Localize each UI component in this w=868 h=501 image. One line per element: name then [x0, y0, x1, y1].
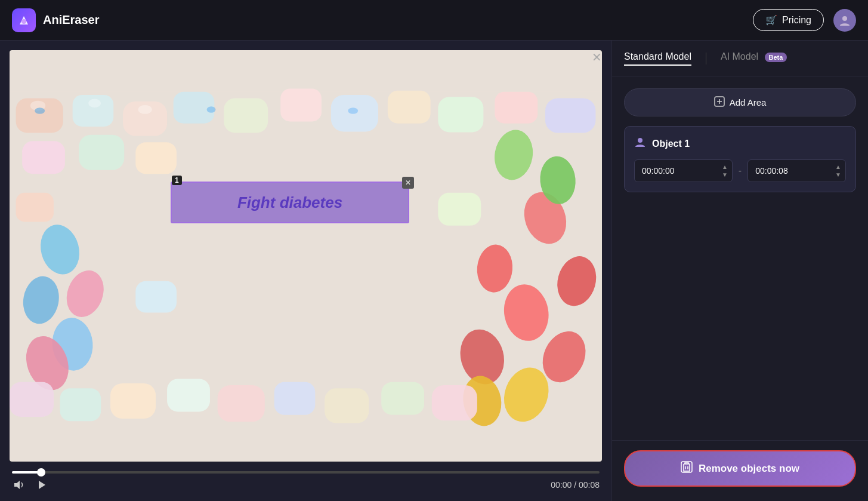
header: AniEraser 🛒 Pricing — [0, 0, 868, 41]
tabs-header: Standard Model AI Model Beta — [612, 41, 868, 76]
svg-point-47 — [35, 107, 45, 114]
object-card: Object 1 ▲ ▼ - ▲ ▼ — [624, 126, 856, 192]
svg-rect-8 — [280, 89, 322, 122]
range-separator: - — [739, 165, 742, 176]
svg-rect-7 — [224, 98, 268, 133]
selection-close-btn[interactable]: ✕ — [402, 177, 414, 189]
main-layout: ✕ — [0, 41, 868, 501]
svg-rect-15 — [79, 135, 124, 170]
header-right: 🛒 Pricing — [753, 9, 856, 32]
user-avatar[interactable] — [833, 9, 856, 32]
bottom-section: Remove objects now — [612, 440, 868, 501]
object-header: Object 1 — [634, 136, 846, 151]
header-left: AniEraser — [12, 8, 100, 32]
svg-rect-42 — [381, 382, 424, 415]
selection-number: 1 — [172, 176, 182, 185]
time-end-wrap: ▲ ▼ — [747, 159, 846, 182]
time-start-down[interactable]: ▼ — [721, 171, 729, 179]
svg-rect-43 — [432, 385, 477, 420]
controls-left — [12, 478, 48, 491]
time-start-arrows: ▲ ▼ — [721, 164, 729, 179]
add-area-button[interactable]: Add Area — [624, 88, 856, 116]
add-area-icon — [714, 96, 725, 109]
svg-rect-14 — [22, 141, 65, 174]
svg-rect-40 — [274, 382, 316, 415]
svg-rect-35 — [10, 382, 54, 417]
time-start-wrap: ▲ ▼ — [634, 159, 733, 182]
svg-point-46 — [138, 105, 152, 114]
svg-rect-32 — [16, 193, 54, 222]
tab-divider — [706, 53, 706, 64]
volume-button[interactable] — [12, 478, 25, 491]
svg-rect-10 — [388, 91, 431, 124]
right-panel: Standard Model AI Model Beta Add Area — [611, 41, 868, 501]
play-button[interactable] — [35, 478, 48, 491]
svg-point-51 — [638, 138, 642, 143]
svg-point-48 — [207, 106, 216, 113]
candy-background-svg — [10, 50, 602, 462]
svg-rect-33 — [135, 281, 177, 313]
video-controls: 00:00 / 00:08 — [10, 468, 602, 491]
time-start-up[interactable]: ▲ — [721, 164, 729, 171]
tab-standard-model[interactable]: Standard Model — [624, 51, 691, 66]
video-container: 1 ✕ Fight diabetes — [10, 50, 602, 462]
svg-rect-37 — [110, 383, 156, 419]
remove-objects-button[interactable]: Remove objects now — [624, 450, 856, 487]
tab-ai-model[interactable]: AI Model Beta — [721, 51, 787, 66]
time-end-arrows: ▲ ▼ — [834, 164, 842, 179]
right-content: Add Area Object 1 — [612, 76, 868, 440]
svg-rect-38 — [167, 379, 210, 411]
svg-point-49 — [348, 107, 358, 114]
time-range: ▲ ▼ - ▲ ▼ — [634, 159, 846, 182]
svg-point-45 — [88, 99, 101, 107]
svg-rect-39 — [218, 385, 265, 422]
time-end-down[interactable]: ▼ — [834, 171, 842, 179]
svg-rect-13 — [545, 98, 596, 133]
app-logo — [12, 8, 36, 32]
progress-bar[interactable] — [12, 471, 600, 474]
svg-rect-36 — [60, 388, 101, 421]
svg-point-0 — [21, 19, 26, 24]
time-end-up[interactable]: ▲ — [834, 164, 842, 171]
pricing-button[interactable]: 🛒 Pricing — [753, 9, 824, 31]
object-icon — [634, 136, 646, 151]
progress-thumb[interactable] — [37, 468, 45, 477]
add-area-label: Add Area — [730, 97, 767, 107]
beta-badge: Beta — [765, 53, 787, 62]
selection-text-overlay: Fight diabetes — [237, 193, 342, 212]
svg-point-1 — [842, 16, 847, 21]
svg-rect-34 — [438, 193, 481, 226]
object-name: Object 1 — [652, 139, 690, 149]
time-display: 00:00 / 00:08 — [551, 480, 600, 490]
pricing-label: Pricing — [782, 15, 811, 26]
svg-rect-12 — [495, 92, 538, 124]
svg-rect-11 — [438, 97, 483, 132]
remove-label: Remove objects now — [699, 463, 799, 475]
controls-row: 00:00 / 00:08 — [12, 478, 600, 491]
svg-rect-41 — [325, 388, 369, 423]
remove-icon — [681, 461, 693, 476]
close-button[interactable]: ✕ — [592, 50, 602, 64]
video-background: 1 ✕ Fight diabetes — [10, 50, 602, 462]
pricing-cart-icon: 🛒 — [765, 14, 777, 26]
svg-rect-16 — [135, 142, 177, 174]
app-name: AniEraser — [43, 13, 100, 27]
time-start-input[interactable] — [634, 159, 733, 182]
selection-box[interactable]: 1 ✕ Fight diabetes — [171, 182, 409, 223]
time-end-input[interactable] — [747, 159, 846, 182]
video-panel: ✕ — [0, 41, 611, 501]
